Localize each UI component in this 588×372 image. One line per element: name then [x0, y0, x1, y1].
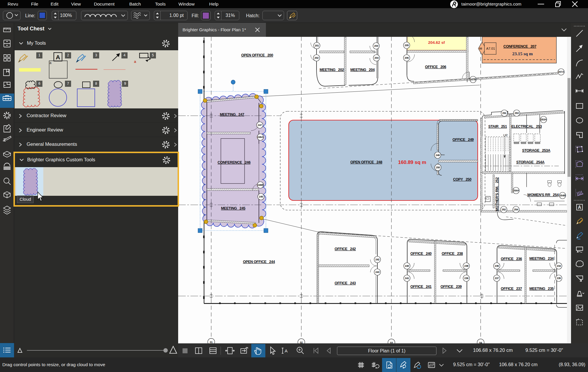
svg-text:MOTHER'S RM. 252: MOTHER'S RM. 252	[495, 177, 499, 211]
svg-text:205: 205	[405, 44, 409, 47]
svg-text:OFFICE 240: OFFICE 240	[410, 252, 432, 256]
svg-text:254A: 254A	[513, 189, 519, 192]
svg-text:235: 235	[557, 277, 561, 280]
svg-text:a: a	[49, 61, 51, 65]
svg-text:201: 201	[315, 44, 319, 47]
svg-text:STORAGE 254A: STORAGE 254A	[516, 160, 545, 164]
svg-text:254: 254	[514, 208, 518, 211]
svg-text:MEETING 245: MEETING 245	[221, 206, 245, 210]
svg-text:02: 02	[479, 47, 482, 50]
svg-text:OPEN OFFICE 200: OPEN OFFICE 200	[241, 53, 273, 57]
svg-text:253A: 253A	[541, 118, 547, 121]
svg-text:CONFERENCE 207: CONFERENCE 207	[503, 44, 537, 49]
svg-text:160.89 sq m: 160.89 sq m	[398, 160, 426, 165]
svg-text:STAIR 251: STAIR 251	[488, 124, 507, 129]
svg-text:251: 251	[502, 112, 506, 115]
svg-text:OFFICE 236: OFFICE 236	[501, 257, 522, 261]
svg-text:207A: 207A	[558, 70, 564, 73]
svg-text:204: 204	[374, 56, 379, 59]
svg-text:207B: 207B	[470, 78, 476, 81]
svg-text:234: 234	[557, 264, 561, 267]
svg-text:MEETING 234: MEETING 234	[529, 257, 553, 261]
svg-text:MEETING 204: MEETING 204	[350, 68, 374, 72]
svg-text:242: 242	[375, 258, 379, 261]
svg-text:OPEN OFFICE 244: OPEN OFFICE 244	[243, 260, 275, 264]
svg-text:238: 238	[464, 264, 468, 267]
svg-text:241: 241	[405, 277, 409, 280]
svg-text:240: 240	[405, 264, 409, 267]
svg-text:202: 202	[314, 56, 319, 59]
svg-text:03: 03	[390, 341, 393, 344]
svg-text:UP: UP	[503, 134, 508, 137]
svg-text:OFFICE 243: OFFICE 243	[335, 281, 356, 285]
svg-text:WOMEN'S RR 254: WOMEN'S RR 254	[527, 193, 558, 197]
svg-text:243: 243	[375, 271, 379, 274]
svg-text:OFFICE 242: OFFICE 242	[335, 247, 356, 251]
svg-text:203: 203	[374, 44, 378, 47]
svg-text:CONFERENCE 246: CONFERENCE 246	[218, 160, 251, 165]
svg-text:OFFICE 237: OFFICE 237	[501, 287, 522, 291]
svg-text:236: 236	[495, 264, 499, 267]
svg-text:ELECTRICAL 253: ELECTRICAL 253	[511, 124, 542, 129]
svg-text:OFFICE 238: OFFICE 238	[442, 252, 463, 256]
svg-text:245: 245	[259, 195, 263, 198]
svg-text:OFFICE 206: OFFICE 206	[425, 65, 446, 69]
svg-text:02: 02	[300, 341, 303, 344]
svg-text:250: 250	[436, 166, 440, 169]
svg-text:A7.01: A7.01	[486, 47, 495, 50]
svg-text:23.15 sq m: 23.15 sq m	[512, 51, 533, 56]
svg-text:a: a	[134, 59, 136, 64]
svg-text:STORAGE 253A: STORAGE 253A	[522, 148, 551, 153]
svg-text:A: A	[578, 205, 581, 210]
svg-text:246B: 246B	[257, 184, 264, 186]
svg-text:206: 206	[405, 56, 409, 59]
svg-text:253: 253	[515, 112, 519, 115]
svg-text:MEETING 235: MEETING 235	[529, 287, 553, 291]
svg-text:239: 239	[464, 277, 468, 280]
svg-text:COPY 250: COPY 250	[453, 177, 472, 181]
svg-text:MEETING 247: MEETING 247	[220, 113, 244, 117]
svg-text:247: 247	[258, 124, 262, 127]
svg-text:MEETING 202: MEETING 202	[319, 68, 344, 72]
svg-text:04: 04	[479, 341, 482, 344]
svg-text:254B: 254B	[560, 194, 566, 197]
svg-text:246A: 246A	[257, 136, 264, 139]
svg-text:204.62 sf: 204.62 sf	[428, 40, 445, 45]
svg-text:OFFICE 241: OFFICE 241	[410, 285, 432, 289]
svg-text:OFFICE 239: OFFICE 239	[441, 285, 462, 289]
svg-text:01: 01	[210, 341, 213, 344]
svg-text:237: 237	[495, 277, 499, 280]
svg-text:OFFICE 249: OFFICE 249	[453, 138, 474, 142]
svg-text:OPEN OFFICE 248: OPEN OFFICE 248	[350, 160, 382, 164]
svg-text:A: A	[285, 348, 288, 353]
svg-text:252: 252	[502, 208, 506, 211]
svg-text:249: 249	[436, 154, 440, 157]
svg-text:A: A	[56, 54, 60, 60]
